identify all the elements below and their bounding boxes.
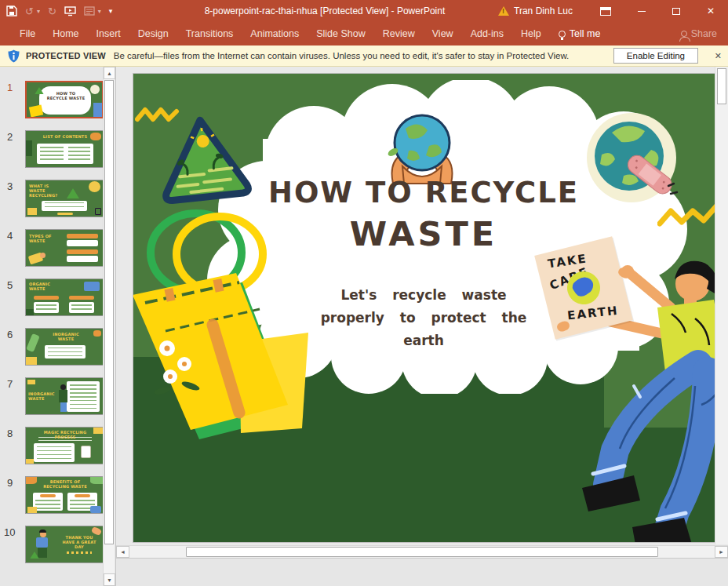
thumbnail-scroll-up-button[interactable]: ▲ xyxy=(104,67,115,79)
tab-design[interactable]: Design xyxy=(129,22,177,45)
tell-me-box[interactable]: Tell me xyxy=(550,28,610,39)
thumbnail-title: LIST OF CONTENTS xyxy=(37,135,93,140)
slide-number: 4 xyxy=(7,230,13,242)
tab-animations[interactable]: Animations xyxy=(242,22,308,45)
slide-thumbnail-6[interactable]: 6 INORGANIC WASTE xyxy=(0,328,104,367)
tab-insert[interactable]: Insert xyxy=(88,22,129,45)
thumbnail-scrollbar-thumb[interactable] xyxy=(104,80,114,544)
thumbnail-preview: BENEFITS OF RECYCLING WASTE xyxy=(25,476,104,514)
share-label: Share xyxy=(691,28,717,39)
thumbnail-scrollbar[interactable]: ▲ ▼ xyxy=(103,67,115,586)
thumbnail-preview: MAGIC RECYCLING PROCESS xyxy=(25,427,104,464)
thumbnail-title: THANK YOU HAVE A GREAT DAY xyxy=(59,536,100,549)
slide-thumbnail-8[interactable]: 8 MAGIC RECYCLING PROCESS xyxy=(0,427,104,466)
slide-number: 5 xyxy=(7,279,13,291)
start-slideshow-icon[interactable] xyxy=(64,5,76,17)
sign-line3: EARTH xyxy=(566,304,619,323)
undo-dropdown-icon[interactable]: ▾ xyxy=(37,8,40,15)
slide-number: 7 xyxy=(7,378,13,390)
tab-home[interactable]: Home xyxy=(44,22,87,45)
thumbnail-preview: TYPES OF WASTE xyxy=(25,229,104,267)
redo-icon[interactable]: ↻ xyxy=(48,5,56,17)
main-area: 1 HOW TO RECYCLE WASTE 2 xyxy=(0,67,728,586)
banner-message: Be careful—files from the Internet can c… xyxy=(114,51,569,60)
shield-icon xyxy=(8,49,20,63)
slide-thumbnail-10[interactable]: 10 THANK YOU HAVE A GREAT DAY xyxy=(0,526,104,565)
tab-transitions[interactable]: Transitions xyxy=(177,22,242,45)
hands-holding-earth-icon xyxy=(379,107,465,187)
tab-add-ins[interactable]: Add-ins xyxy=(462,22,512,45)
slide-number: 6 xyxy=(7,329,13,340)
slide-number: 9 xyxy=(7,477,13,489)
tab-file[interactable]: File xyxy=(11,22,44,45)
tell-me-label: Tell me xyxy=(570,28,601,39)
ribbon-display-options-icon xyxy=(600,7,611,16)
banner-label: PROTECTED VIEW xyxy=(26,51,106,60)
user-name[interactable]: Tran Dinh Luc xyxy=(514,5,573,16)
slide-number: 10 xyxy=(4,526,15,538)
maximize-button[interactable] xyxy=(659,0,693,22)
thumbnail-preview: ORGANIC WASTE xyxy=(25,278,104,316)
tab-view[interactable]: View xyxy=(424,22,462,45)
thumbnail-title: MAGIC RECYCLING PROCESS xyxy=(34,431,96,440)
thumbnail-title: ORGANIC WASTE xyxy=(29,282,65,292)
slide-editor-area: HOW TO RECYCLE WASTE Let's recycle waste… xyxy=(116,67,728,586)
slide-thumbnail-7[interactable]: 7 INORGANIC WASTE xyxy=(0,377,104,417)
zigzag-decoration-right xyxy=(657,202,715,233)
tab-slide-show[interactable]: Slide Show xyxy=(308,22,374,45)
window-title: 8-powerpoint-rac-thai-nhua [Protected Vi… xyxy=(126,0,524,22)
vertical-scrollbar-thumb[interactable] xyxy=(717,68,726,104)
scroll-right-button[interactable]: ► xyxy=(715,546,728,558)
thumbnail-preview: THANK YOU HAVE A GREAT DAY xyxy=(25,526,104,563)
thumbnail-scroll-down-button[interactable]: ▼ xyxy=(104,573,115,586)
slide-number: 8 xyxy=(7,428,13,439)
thumbnail-title: HOW TO RECYCLE WASTE xyxy=(46,92,86,101)
slide-number: 3 xyxy=(7,180,13,192)
undo-icon[interactable]: ↺ xyxy=(25,5,34,17)
slide-thumbnail-5[interactable]: 5 ORGANIC WASTE xyxy=(0,278,104,318)
tab-help[interactable]: Help xyxy=(512,22,550,45)
ribbon-tab-bar: File Home Insert Design Transitions Anim… xyxy=(0,22,728,45)
slide-thumbnail-2[interactable]: 2 LIST OF CONTENTS xyxy=(0,130,104,169)
slide-number: 2 xyxy=(7,131,13,143)
titlebar-right-cluster: Tran Dinh Luc ✕ xyxy=(498,0,728,22)
share-button[interactable]: Share xyxy=(681,28,717,39)
close-button[interactable]: ✕ xyxy=(693,0,728,22)
customize-qat-icon[interactable]: ▾ xyxy=(109,5,113,17)
slide-title-line1: HOW TO RECYCLE xyxy=(188,176,659,209)
slide-thumbnail-1[interactable]: 1 HOW TO RECYCLE WASTE xyxy=(0,81,104,120)
horizontal-scrollbar-thumb[interactable] xyxy=(186,547,658,557)
tote-bag-illustration xyxy=(133,207,341,442)
status-strip xyxy=(116,559,728,586)
slide-thumbnail-3[interactable]: 3 WHAT IS WASTE RECYCLING? xyxy=(0,180,104,219)
thumbnail-title: INORGANIC WASTE xyxy=(48,333,84,342)
enable-editing-button[interactable]: Enable Editing xyxy=(613,48,698,64)
quick-access-toolbar: ↺ ▾ ↻ ▾ ▾ xyxy=(6,0,112,22)
tab-review[interactable]: Review xyxy=(374,22,424,45)
slide-number: 1 xyxy=(7,82,13,93)
slide-canvas: HOW TO RECYCLE WASTE Let's recycle waste… xyxy=(133,74,715,542)
banner-close-icon[interactable]: ✕ xyxy=(715,51,722,61)
thumbnail-preview: INORGANIC WASTE xyxy=(25,328,104,366)
vertical-scrollbar[interactable] xyxy=(715,67,728,544)
thumbnail-preview: INORGANIC WASTE xyxy=(25,377,104,415)
account-warning-icon[interactable] xyxy=(498,6,509,16)
powerpoint-window: ↺ ▾ ↻ ▾ ▾ 8-powerpoint-rac-thai-nhua [Pr… xyxy=(0,0,728,586)
slide-thumbnail-9[interactable]: 9 BENEFITS OF RECYCLING WASTE xyxy=(0,476,104,515)
view-grid-icon[interactable] xyxy=(84,5,95,17)
thumbnail-preview: WHAT IS WASTE RECYCLING? xyxy=(25,180,104,217)
view-grid-dropdown-icon[interactable]: ▾ xyxy=(98,8,101,15)
ribbon-display-options-button[interactable] xyxy=(590,0,624,22)
lightbulb-icon xyxy=(559,31,566,38)
scroll-left-button[interactable]: ◄ xyxy=(116,546,129,558)
share-person-icon xyxy=(681,31,687,37)
title-bar: ↺ ▾ ↻ ▾ ▾ 8-powerpoint-rac-thai-nhua [Pr… xyxy=(0,0,728,22)
slide-thumbnail-panel: 1 HOW TO RECYCLE WASTE 2 xyxy=(0,67,116,586)
slide-thumbnail-4[interactable]: 4 TYPES OF WASTE xyxy=(0,229,104,268)
horizontal-scrollbar[interactable]: ◄ ► xyxy=(116,545,728,559)
thumbnail-title: TYPES OF WASTE xyxy=(29,235,62,244)
save-icon[interactable] xyxy=(6,5,17,17)
thumbnail-title: WHAT IS WASTE RECYCLING? xyxy=(29,184,64,198)
minimize-button[interactable] xyxy=(624,0,659,22)
thumbnail-preview: HOW TO RECYCLE WASTE xyxy=(25,81,104,118)
